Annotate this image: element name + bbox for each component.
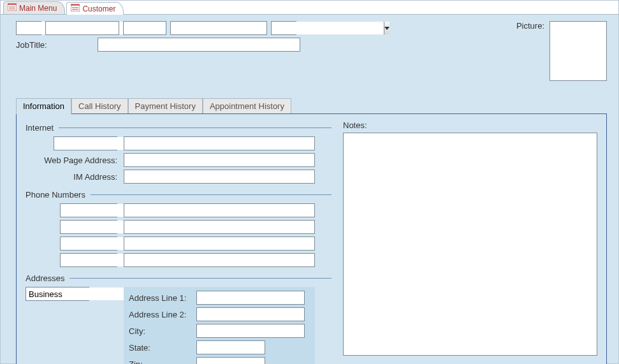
web-page-input[interactable]: [124, 153, 315, 167]
form-icon: [71, 4, 80, 13]
content-tabs: Information Call History Payment History…: [16, 98, 607, 113]
picture-frame[interactable]: [550, 21, 607, 81]
tab-information[interactable]: Information: [16, 98, 71, 114]
notes-label: Notes:: [343, 120, 597, 130]
notes-textarea[interactable]: [343, 133, 597, 356]
address-type-input[interactable]: [26, 288, 138, 300]
divider: [91, 194, 331, 195]
phone-number-input-2[interactable]: [124, 220, 315, 234]
address-line1-label: Address Line 1:: [129, 293, 193, 303]
suffix-combo[interactable]: [271, 21, 296, 35]
state-label: State:: [129, 343, 193, 353]
prefix-combo[interactable]: [16, 21, 41, 35]
divider: [59, 127, 331, 128]
middle-name-input[interactable]: [123, 21, 166, 35]
svg-rect-5: [71, 4, 80, 6]
document-tabs: Main Menu Customer: [1, 1, 618, 15]
tab-main-menu[interactable]: Main Menu: [3, 1, 65, 14]
phone-type-combo-2[interactable]: [60, 220, 117, 234]
phone-group-title: Phone Numbers: [25, 190, 85, 200]
zip-label: Zip:: [129, 360, 193, 365]
phone-number-input-4[interactable]: [124, 253, 315, 267]
email-input[interactable]: [124, 136, 315, 150]
email-type-combo[interactable]: [54, 136, 117, 150]
tab-customer[interactable]: Customer: [66, 2, 124, 15]
last-name-input[interactable]: [170, 21, 267, 35]
phone-number-input-3[interactable]: [124, 237, 315, 251]
svg-rect-1: [8, 3, 17, 5]
address-type-combo[interactable]: [25, 287, 89, 301]
phone-number-input-1[interactable]: [124, 203, 315, 217]
city-input[interactable]: [196, 324, 305, 338]
address-box: Address Line 1: Address Line 2: City:: [124, 287, 315, 364]
address-line2-label: Address Line 2:: [129, 310, 193, 319]
suffix-dropdown-button[interactable]: [384, 22, 390, 34]
address-line2-input[interactable]: [196, 307, 305, 321]
phone-type-combo-1[interactable]: [60, 203, 117, 217]
picture-label: Picture:: [516, 21, 544, 31]
divider: [69, 278, 331, 279]
phone-type-combo-4[interactable]: [60, 253, 117, 267]
information-panel: Internet: [16, 113, 607, 364]
city-label: City:: [129, 326, 193, 336]
job-title-input[interactable]: [98, 38, 300, 52]
im-address-label: IM Address:: [25, 172, 120, 182]
job-title-label: JobTitle:: [16, 40, 91, 50]
tab-payment-history[interactable]: Payment History: [128, 98, 203, 114]
tab-customer-label: Customer: [82, 4, 115, 13]
internet-group-title: Internet: [25, 123, 54, 133]
suffix-input[interactable]: [272, 22, 384, 34]
im-address-input[interactable]: [124, 170, 315, 184]
zip-input[interactable]: [196, 357, 265, 364]
first-name-input[interactable]: [45, 21, 119, 35]
state-input[interactable]: [196, 340, 265, 354]
form-icon: [8, 3, 17, 13]
web-page-label: Web Page Address:: [25, 156, 120, 165]
addresses-group-title: Addresses: [25, 273, 64, 283]
tab-main-menu-label: Main Menu: [19, 4, 57, 13]
tab-appointment-history[interactable]: Appointment History: [203, 98, 291, 114]
phone-type-combo-3[interactable]: [60, 237, 117, 251]
address-line1-input[interactable]: [196, 291, 305, 305]
tab-call-history[interactable]: Call History: [71, 98, 127, 114]
